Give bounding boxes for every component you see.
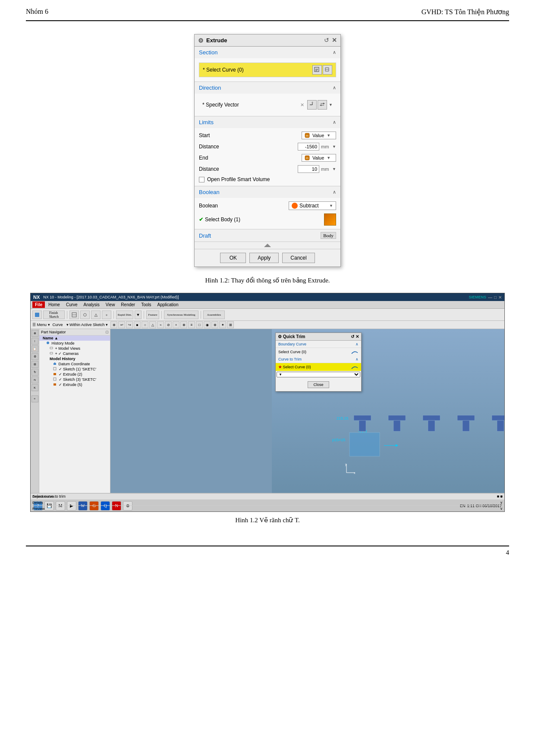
toolbar2-icon-6[interactable]: △ <box>149 321 156 328</box>
section-header[interactable]: Section ∧ <box>195 47 340 58</box>
toolbar-sync-modeling[interactable]: Synchronous Modeling <box>164 311 198 319</box>
tree-sketch-1[interactable]: ✓ Sketch (1) 'SKETC' <box>39 367 110 372</box>
direction-header[interactable]: Direction ∧ <box>195 82 340 94</box>
select-curve-row[interactable]: * Select Curve (0) <box>199 63 336 77</box>
menu-application[interactable]: Application <box>155 301 181 308</box>
toolbar2-icon-7[interactable]: ⌁ <box>157 321 164 328</box>
cancel-button[interactable]: Cancel <box>282 253 315 263</box>
toolbar-icon-5[interactable]: △ <box>91 311 101 319</box>
gear-icon: ⚙ <box>198 37 204 44</box>
tree-history-mode[interactable]: History Mode <box>39 341 110 346</box>
toolbar2-icon-8[interactable]: ⊘ <box>165 321 172 328</box>
toolbar2-icon-16[interactable]: ⊞ <box>227 321 234 328</box>
ltool-icon-9[interactable]: ≡ <box>31 395 38 402</box>
toolbar2-icon-5[interactable]: ○ <box>142 321 148 328</box>
menu-analysis[interactable]: Analysis <box>81 301 102 308</box>
tree-cameras[interactable]: + ✓ Cameras <box>39 351 110 356</box>
toolbar2-icon-3[interactable]: ↪ <box>126 321 133 328</box>
svg-marker-21 <box>50 347 53 349</box>
ltool-icon-5[interactable]: ⊞ <box>31 361 38 368</box>
dialog-collapse-bottom[interactable] <box>195 242 340 249</box>
distance1-arrow[interactable]: ▼ <box>332 144 336 149</box>
distance1-input[interactable]: -1560 <box>298 143 319 151</box>
close-icon[interactable]: ✕ <box>332 37 337 44</box>
draft-header[interactable]: Draft Body <box>195 229 340 242</box>
ltool-icon-8[interactable]: K <box>31 384 38 391</box>
toolbar-icon-6[interactable]: + <box>102 311 111 319</box>
minimize-icon[interactable]: — <box>488 295 492 300</box>
limits-header[interactable]: Limits ∧ <box>195 116 340 128</box>
toolbar2-icon-4[interactable]: ■ <box>134 321 141 328</box>
toolbar-more[interactable]: ▼ <box>135 311 142 319</box>
toolbar-rapid-icon[interactable]: Rapid Dim. <box>116 311 133 319</box>
select-from-sketch-icon[interactable] <box>312 65 322 75</box>
menu-home[interactable]: Home <box>46 301 63 308</box>
qt-pin-icon[interactable]: ↺ <box>351 334 354 339</box>
toolbar-sep-4 <box>161 311 162 319</box>
qt-close-icon[interactable]: ✕ <box>356 334 359 339</box>
toolbar2-curve-tab[interactable]: Curve <box>53 323 63 327</box>
tree-extrude-5[interactable]: ✓ Extrude (5) <box>39 382 110 387</box>
vector-options-icon[interactable] <box>318 100 327 110</box>
distance2-arrow[interactable]: ▼ <box>332 167 336 171</box>
restore-icon[interactable]: □ <box>494 295 497 300</box>
toolbar-assemblies[interactable]: Assemblies <box>203 311 225 319</box>
svg-rect-34 <box>388 415 406 420</box>
toolbar-icon-1[interactable] <box>32 311 42 319</box>
start-value-dropdown[interactable]: m Value ▼ <box>302 132 336 139</box>
menu-tools[interactable]: Tools <box>138 301 154 308</box>
tree-datum-coord[interactable]: Datum Coordinate <box>39 361 110 367</box>
menu-render[interactable]: Render <box>118 301 138 308</box>
end-value-dropdown[interactable]: m Value ▼ <box>302 154 336 162</box>
ltool-icon-7[interactable]: N <box>31 376 38 383</box>
ltool-icon-4[interactable]: ⚙ <box>31 353 38 360</box>
toolbar2-icon-10[interactable]: ⊗ <box>180 321 187 328</box>
tree-model-views[interactable]: + Model Views <box>39 346 110 351</box>
toolbar2-icon-13[interactable]: ◉ <box>204 321 211 328</box>
body-3d-icon <box>324 213 336 226</box>
toolbar2-icon-12[interactable]: □ <box>196 321 203 328</box>
menu-view[interactable]: View <box>103 301 118 308</box>
boolean-header[interactable]: Boolean ∧ <box>195 186 340 198</box>
tree-extrude-2[interactable]: ✓ Extrude (2) <box>39 372 110 377</box>
toolbar2-icon-9[interactable]: + <box>173 321 179 328</box>
tree-sketch-3[interactable]: ✓ Sketch (3) 'SKETC' <box>39 377 110 382</box>
boolean-value-dropdown[interactable]: Subtract ▼ <box>289 201 336 210</box>
toolbar2-icon-1[interactable]: ⊕ <box>110 321 117 328</box>
select-rule-icon[interactable] <box>323 65 332 75</box>
x-clear-icon[interactable]: ✕ <box>298 100 306 109</box>
menu-curve[interactable]: Curve <box>63 301 80 308</box>
toolbar-sep-1 <box>67 311 67 319</box>
vector-dropdown-icon[interactable] <box>307 100 317 110</box>
toolbar2-icon-14[interactable]: ⊕ <box>211 321 218 328</box>
toolbar2-active-sketch[interactable]: ▾ Within Active Sketch ▾ <box>66 323 108 327</box>
svg-text:y: y <box>345 463 347 466</box>
toolbar2-icon-15[interactable]: ✦ <box>219 321 226 328</box>
ltool-part-navigator[interactable]: ⊕ <box>31 330 38 337</box>
ltool-icon-2[interactable]: ↕ <box>31 338 38 345</box>
toolbar-icon-3[interactable] <box>69 311 79 319</box>
ok-button[interactable]: OK <box>220 253 246 263</box>
qt-curve-to-trim-header[interactable]: Curve to Trim ∧ <box>276 356 361 363</box>
tree-model-history[interactable]: Model History <box>39 356 110 361</box>
vector-more-arrow[interactable]: ▼ <box>329 103 333 107</box>
svg-rect-32 <box>354 415 371 420</box>
qt-boundary-header[interactable]: Boundary Curve ∧ <box>276 341 361 348</box>
toolbar2-icon-11[interactable]: ≡ <box>188 321 195 328</box>
qt-select[interactable]: ▼ <box>277 372 360 377</box>
menu-file[interactable]: File <box>32 301 45 308</box>
panel-pin-icon[interactable]: □ <box>106 330 108 334</box>
toolbar2-icon-2[interactable]: ↩ <box>118 321 125 328</box>
open-profile-checkbox[interactable] <box>199 177 205 182</box>
distance2-input[interactable]: 10 <box>298 165 319 173</box>
pin-icon[interactable]: ↺ <box>324 37 329 44</box>
toolbar-icon-2[interactable]: FinishSketch <box>43 311 65 319</box>
close-window-icon[interactable]: ✕ <box>498 295 502 300</box>
svg-text:p15×15: p15×15 <box>332 438 345 442</box>
toolbar-feature-1[interactable]: Feature <box>146 311 159 319</box>
ltool-icon-3[interactable]: 📋 <box>31 345 38 352</box>
qt-close-button[interactable]: Close <box>308 381 329 388</box>
apply-button[interactable]: Apply <box>249 253 279 263</box>
toolbar-icon-4[interactable]: ⬡ <box>80 311 90 319</box>
ltool-icon-6[interactable]: ↻ <box>31 369 38 376</box>
